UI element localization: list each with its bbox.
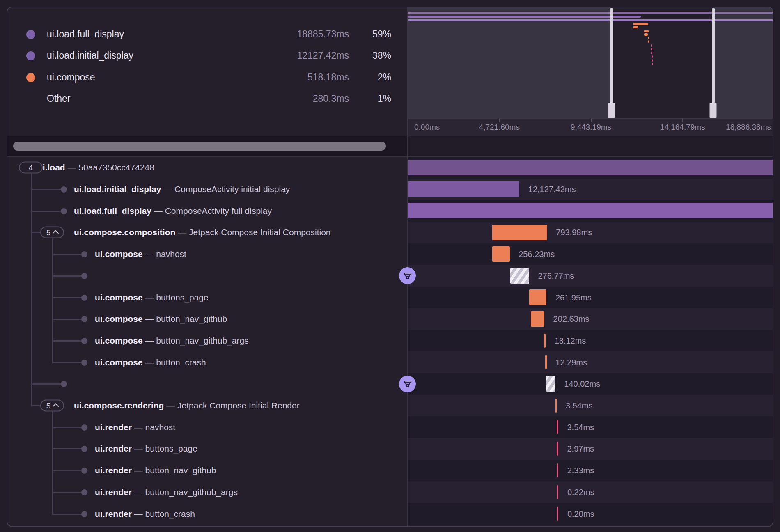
span-row[interactable]: ui.load.full_display — ComposeActivity f… bbox=[7, 200, 773, 222]
span-duration-bar[interactable] bbox=[546, 376, 555, 392]
span-row[interactable]: ui.compose — button_crash 12.29ms bbox=[7, 351, 773, 373]
tree-connector-line bbox=[52, 340, 84, 342]
span-duration-bar[interactable] bbox=[557, 463, 559, 477]
span-duration-bar[interactable] bbox=[545, 355, 547, 369]
span-children-count-badge[interactable]: 4 bbox=[19, 162, 43, 174]
minimap-span-mark bbox=[633, 26, 638, 28]
minimap-span-mark bbox=[652, 59, 653, 62]
span-waterfall-cell: 793.98ms bbox=[408, 222, 773, 243]
span-row[interactable]: 276.77ms bbox=[7, 265, 773, 287]
span-row[interactable]: ui.render — buttons_page 2.97ms bbox=[7, 438, 773, 460]
span-description: ui.load — 50aa7350cc474248 bbox=[37, 163, 154, 172]
minimap-span-mark bbox=[651, 44, 652, 47]
axis-tick-label: 9,443.19ms bbox=[571, 123, 611, 132]
span-row[interactable]: 5ui.compose.composition — Jetpack Compos… bbox=[7, 222, 773, 243]
span-row[interactable]: ui.render — button_crash 0.20ms bbox=[7, 503, 773, 525]
span-duration-bar[interactable] bbox=[408, 181, 519, 197]
span-tree-cell: ui.render — button_nav_github bbox=[7, 460, 408, 482]
span-tree-cell: ui.compose — navhost bbox=[7, 243, 408, 265]
span-tree-cell: ui.render — button_crash bbox=[7, 503, 408, 525]
span-row[interactable]: ui.compose — buttons_page 261.95ms bbox=[7, 287, 773, 308]
span-duration-bar[interactable] bbox=[408, 160, 773, 175]
span-row[interactable]: 4ui.load — 50aa7350cc474248 bbox=[7, 157, 773, 179]
tree-connector-line bbox=[52, 254, 84, 255]
tree-node-dot bbox=[81, 511, 87, 517]
span-duration-bar[interactable] bbox=[555, 399, 557, 413]
legend-item: Other 280.3ms 1% bbox=[7, 88, 407, 110]
span-duration-bar[interactable] bbox=[544, 334, 546, 348]
tree-guide-root bbox=[31, 173, 32, 406]
tree-horizontal-scrollbar[interactable] bbox=[7, 136, 407, 157]
span-duration-label: 2.97ms bbox=[567, 444, 594, 454]
legend-item-percent: 2% bbox=[356, 72, 391, 83]
minimap-handle-grip[interactable] bbox=[710, 103, 717, 118]
span-duration-bar[interactable] bbox=[557, 507, 559, 521]
span-row[interactable]: ui.render — button_nav_github_args 0.22m… bbox=[7, 482, 773, 503]
span-duration-label: 3.54ms bbox=[567, 422, 594, 432]
span-row[interactable]: 5ui.compose.rendering — Jetpack Compose … bbox=[7, 395, 773, 417]
span-waterfall-cell: 12.29ms bbox=[408, 351, 773, 373]
legend-item-name: ui.load.full_display bbox=[47, 29, 124, 40]
tree-connector-line bbox=[52, 448, 84, 449]
axis-tick-mark bbox=[682, 119, 683, 122]
span-row[interactable]: ui.compose — button_nav_github 202.63ms bbox=[7, 308, 773, 330]
axis-tick-label: 18,886.38ms bbox=[726, 123, 771, 132]
span-duration-label: 793.98ms bbox=[556, 228, 592, 237]
span-duration-label: 2.33ms bbox=[567, 466, 594, 475]
span-duration-bar[interactable] bbox=[557, 485, 559, 499]
span-waterfall-cell: 261.95ms bbox=[408, 287, 773, 308]
span-duration-bar[interactable] bbox=[529, 289, 547, 305]
minimap-viewport-handle-right[interactable] bbox=[712, 8, 715, 118]
span-row[interactable]: ui.render — navhost 3.54ms bbox=[7, 416, 773, 438]
span-duration-bar[interactable] bbox=[510, 268, 529, 284]
span-waterfall-cell: 12,127.42ms bbox=[408, 179, 773, 200]
axis-tick-mark bbox=[499, 119, 500, 122]
span-description: ui.render — button_nav_github bbox=[95, 466, 216, 475]
chevron-up-icon bbox=[53, 403, 59, 410]
tree-connector-line bbox=[31, 211, 64, 212]
minimap-span-mark bbox=[648, 37, 649, 39]
legend-item: ui.load.initial_display 12127.42ms 38% bbox=[7, 45, 407, 66]
span-children-count-badge[interactable]: 5 bbox=[40, 227, 64, 238]
span-waterfall-cell: 2.33ms bbox=[408, 460, 773, 482]
span-tree-cell: ui.load.initial_display — ComposeActivit… bbox=[7, 179, 408, 200]
span-tree-cell: 5ui.compose.rendering — Jetpack Compose … bbox=[7, 395, 408, 417]
time-axis: 0.00ms4,721.60ms9,443.19ms14,164.79ms18,… bbox=[408, 118, 773, 136]
minimap-handle-grip[interactable] bbox=[608, 103, 615, 118]
span-duration-bar[interactable] bbox=[492, 225, 547, 240]
profile-indicator-icon[interactable] bbox=[399, 376, 416, 392]
span-duration-bar[interactable] bbox=[557, 420, 558, 434]
legend-item-duration: 280.3ms bbox=[204, 93, 349, 104]
span-description: ui.render — button_crash bbox=[95, 509, 195, 519]
span-row[interactable]: ui.compose — navhost 256.23ms bbox=[7, 243, 773, 265]
minimap-span-mark bbox=[633, 23, 649, 25]
span-description: ui.load.initial_display — ComposeActivit… bbox=[74, 184, 290, 194]
span-duration-label: 3.54ms bbox=[566, 401, 593, 410]
span-row[interactable]: ui.render — button_nav_github 2.33ms bbox=[7, 460, 773, 482]
tree-guide-rendering bbox=[52, 411, 53, 514]
minimap-span-mark bbox=[644, 30, 649, 32]
tree-connector-line bbox=[52, 297, 84, 298]
legend-item-name: ui.compose bbox=[47, 72, 95, 83]
minimap-dim-mask-left bbox=[408, 7, 611, 118]
span-children-count-badge[interactable]: 5 bbox=[40, 400, 64, 412]
span-duration-bar[interactable] bbox=[492, 246, 510, 262]
tree-connector-line bbox=[52, 470, 84, 471]
span-row[interactable]: ui.compose — button_nav_github_args 18.1… bbox=[7, 330, 773, 352]
horizontal-scrollbar-thumb[interactable] bbox=[13, 142, 386, 151]
span-duration-bar[interactable] bbox=[408, 203, 773, 218]
trace-minimap[interactable] bbox=[408, 7, 773, 118]
minimap-span-mark bbox=[652, 55, 653, 58]
minimap-viewport-handle-left[interactable] bbox=[610, 8, 613, 118]
tree-connector-line bbox=[31, 405, 40, 406]
span-duration-bar[interactable] bbox=[531, 311, 544, 327]
span-row[interactable]: 140.02ms bbox=[7, 373, 773, 395]
span-row[interactable]: ui.load.initial_display — ComposeActivit… bbox=[7, 179, 773, 200]
span-waterfall-cell: 276.77ms bbox=[408, 265, 773, 287]
legend-item: ui.load.full_display 18885.73ms 59% bbox=[7, 24, 407, 45]
span-waterfall-cell: 0.20ms bbox=[408, 503, 773, 525]
span-duration-label: 0.20ms bbox=[567, 509, 594, 518]
span-duration-bar[interactable] bbox=[557, 442, 558, 456]
span-description: ui.compose — button_nav_github_args bbox=[95, 336, 249, 346]
tree-connector-line bbox=[31, 232, 40, 233]
